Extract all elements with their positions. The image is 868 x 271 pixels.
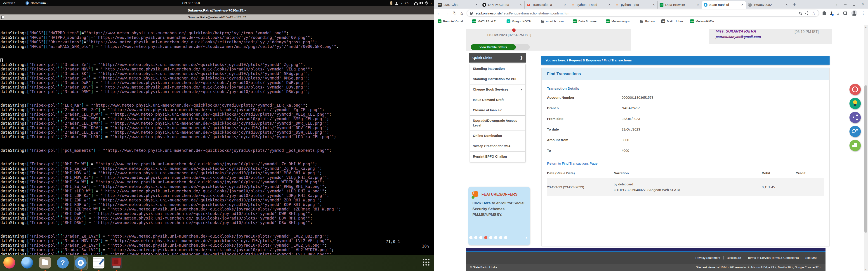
close-icon[interactable]: × [862,3,864,5]
activities-button[interactable]: Activities [3,1,15,5]
carousel-dot[interactable] [484,236,487,239]
dock-item-redapp[interactable] [110,256,123,270]
sidebar-item[interactable]: Issue Demand Draft [470,95,525,105]
terminal-titlebar[interactable]: Sukanya.Patra@met-ws-7010m15:~ [0,6,434,14]
carousel-dot[interactable] [479,236,483,239]
carousel-dots[interactable] [468,236,508,240]
browser-tab[interactable]: ≡python - plot× [613,1,657,8]
lock-icon[interactable] [470,13,472,15]
tab-close-icon[interactable]: × [519,2,522,7]
bookmark-item[interactable]: Mail :: Inbox [661,20,683,23]
share-icon[interactable] [805,13,806,14]
bookmark-item[interactable]: LMURemote Visual... [438,20,465,23]
carousel-next-icon[interactable]: › [526,235,527,240]
scroll-down-icon[interactable]: ▼ [864,268,868,271]
sidebar-item[interactable]: Reprint EPFO Challan [470,151,525,162]
click-here-link[interactable]: Click Here [472,201,491,205]
tab-close-icon[interactable]: × [785,2,788,7]
tab-close-icon[interactable]: × [696,2,700,7]
minimize-icon[interactable] [844,4,846,4]
browser-tab[interactable]: OPTIMICe-tea× [480,1,524,8]
history-float-icon[interactable] [849,84,861,95]
tips-float-icon[interactable] [849,98,861,109]
side-panel-icon[interactable] [843,11,847,15]
share-float-icon[interactable] [849,112,861,123]
footer-link[interactable]: Disclosure [723,256,744,260]
terminal-window[interactable]: dataStrings["MACS"]["HATPRO_temp"]="'htt… [0,20,434,255]
tab-close-icon[interactable]: × [652,2,655,7]
breadcrumb[interactable]: You are here: / Request & Enquiries / Fi… [541,56,830,65]
tab-close-icon[interactable]: × [608,2,611,7]
quick-links-header[interactable]: Quick Links ❯ [469,53,526,63]
footer-link[interactable]: Terms of Service(Terms & Conditions) [744,256,802,260]
carousel-dot[interactable] [504,236,507,239]
bookmark-item[interactable]: LMUMeteowiki/Do... [690,20,716,23]
forward-icon[interactable]: → [445,11,450,16]
dock-item-chromium[interactable] [74,256,88,270]
flask-extension-icon[interactable] [830,11,833,15]
dock-item-gedit[interactable] [92,256,105,270]
scrollbar-thumb[interactable] [864,86,867,233]
reload-icon[interactable]: ↻ [453,10,457,16]
bookmark-item[interactable]: LMUData Browser... [573,20,599,23]
clock[interactable]: Oct 30 13:50 [172,1,210,5]
new-tab-button[interactable]: + [793,2,796,8]
tab-close-icon[interactable]: × [741,2,744,7]
sidebar-item[interactable]: Standing Instruction [470,64,525,74]
scroll-up-icon[interactable]: ▲ [864,26,868,28]
menu-kebab-icon[interactable]: ⋮ [861,11,865,15]
downloads-icon[interactable]: ↓ [837,11,839,15]
terminal-tabbar[interactable]: Sukanya.Patra@met-ws-7010m15:~ 173x47 [0,14,434,20]
tab-search-icon[interactable]: ∨ [835,3,838,6]
sidebar-item[interactable]: Online Nomination [470,131,525,141]
view-profile-status-button[interactable]: View Profile Status [471,44,516,50]
bookmark-item[interactable]: LMUMeteorologisc... [606,20,633,23]
carousel-dot[interactable] [494,236,497,239]
browser-tab[interactable]: LMULMU-Chat× [436,1,480,8]
extensions-icon[interactable] [823,12,826,15]
bookmark-item[interactable]: Python [640,20,655,23]
bookmark-star-icon[interactable]: ☆ [812,11,815,16]
carousel-prev-icon[interactable]: ‹ [471,235,473,240]
browser-tab[interactable]: ≡python - Read× [569,1,613,8]
tab-close-icon[interactable]: × [475,2,478,7]
dock-item-help[interactable]: ? [56,256,70,270]
sidebar-item[interactable]: Standing Instruction for PPF [470,74,525,84]
address-bar[interactable]: retail.onlinesbi.sbi/retail/enquirytrans… [467,10,819,16]
carousel-dot[interactable] [489,236,492,239]
footer-link[interactable]: Site Map [802,256,820,260]
return-link[interactable]: Return to Find Transactions Page [547,162,597,165]
show-applications-icon[interactable] [423,259,430,266]
footer-link[interactable]: Privacy Statement [692,256,723,260]
dock-item-thunderbird[interactable] [20,256,34,270]
sidebar-item[interactable]: Closure of loan a/c [470,105,525,115]
profile-float-icon[interactable] [849,126,861,137]
tab-list-icon[interactable] [1,15,4,19]
breadcrumb-item[interactable]: Request & Enquiries [569,59,602,62]
bookmark-item[interactable]: RGregor KÖCH... [506,20,534,23]
home-icon[interactable]: ⌂ [460,11,463,16]
dock-item-files[interactable] [38,256,52,270]
breadcrumb-item[interactable]: Find Transactions [604,59,632,62]
back-icon[interactable]: ← [437,11,441,16]
maximize-icon[interactable] [853,3,855,6]
carousel-dot[interactable] [499,236,502,239]
system-tray[interactable]: ▾ en ▾ ▾ [391,0,432,6]
browser-tab[interactable]: LMUData Browser× [657,1,702,8]
browser-tab[interactable]: 1698670082× [746,1,790,8]
sidebar-item[interactable]: Sweep Creation for CSA [470,141,525,151]
tab-close-icon[interactable]: × [563,2,567,7]
table-row[interactable]: 23-Oct-23 (23-Oct-2023)by debit cardOTHP… [547,178,824,196]
profile-avatar[interactable] [851,10,857,16]
sidebar-item[interactable]: Upgrade/Downgrade Access Level [470,115,525,131]
dock-item-firefox[interactable] [2,256,16,270]
page-scrollbar[interactable]: ▲ ▼ [864,25,868,271]
browser-tab[interactable]: State Bank of× [702,1,746,8]
carousel-dot[interactable] [474,236,477,239]
browser-tab[interactable]: MTransaction a× [524,1,569,8]
sidebar-item[interactable]: Cheque Book Services▾ [470,84,525,95]
bookmark-item[interactable]: munich room... [540,20,566,23]
app-menu[interactable]: Chromium ▾ [26,1,49,5]
zoom-icon[interactable] [799,12,802,14]
bookmark-item[interactable]: LMUMATLAB at Th... [472,20,500,23]
